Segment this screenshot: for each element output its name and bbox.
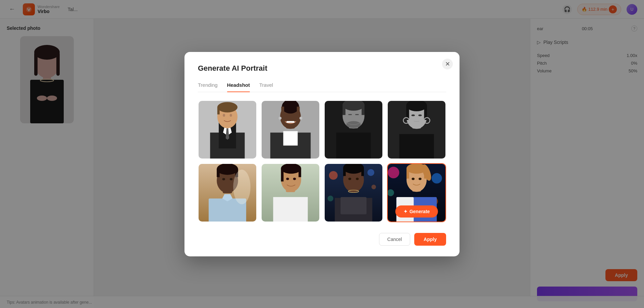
svg-point-73 bbox=[286, 178, 289, 180]
svg-rect-101 bbox=[407, 168, 409, 178]
svg-point-87 bbox=[348, 178, 352, 180]
svg-rect-85 bbox=[343, 168, 346, 176]
modal-overlay: ✕ Generate AI Portrait Trending Headshot… bbox=[0, 0, 644, 308]
svg-point-104 bbox=[412, 178, 415, 180]
svg-point-32 bbox=[300, 117, 303, 120]
svg-point-77 bbox=[367, 169, 374, 176]
cancel-button[interactable]: Cancel bbox=[379, 233, 411, 246]
svg-rect-43 bbox=[355, 114, 359, 115]
svg-point-76 bbox=[329, 171, 338, 180]
generate-icon: ✦ bbox=[404, 209, 408, 214]
svg-point-20 bbox=[223, 114, 225, 117]
svg-point-31 bbox=[279, 117, 282, 120]
portrait-card-3[interactable] bbox=[324, 100, 383, 159]
svg-point-88 bbox=[356, 178, 359, 180]
svg-point-74 bbox=[293, 178, 296, 180]
svg-point-91 bbox=[388, 167, 399, 178]
svg-rect-35 bbox=[336, 132, 371, 158]
svg-rect-33 bbox=[286, 121, 294, 123]
generate-label: Generate bbox=[410, 209, 430, 214]
generate-button[interactable]: ✦ Generate bbox=[395, 205, 438, 218]
portrait-card-1[interactable] bbox=[198, 100, 257, 159]
portrait-card-2[interactable] bbox=[261, 100, 320, 159]
svg-point-18 bbox=[217, 102, 237, 112]
modal-close-button[interactable]: ✕ bbox=[442, 59, 453, 69]
svg-rect-72 bbox=[299, 168, 301, 177]
svg-point-92 bbox=[432, 173, 442, 183]
portrait-card-4[interactable] bbox=[387, 100, 446, 159]
svg-point-63 bbox=[222, 178, 225, 180]
svg-rect-24 bbox=[283, 131, 298, 145]
portrait-card-8[interactable]: ✦ Generate bbox=[387, 163, 446, 222]
image-grid: ✦ Generate bbox=[198, 100, 446, 222]
modal-tabs: Trending Headshot Travel bbox=[198, 82, 446, 92]
svg-rect-67 bbox=[273, 197, 308, 221]
svg-point-54 bbox=[418, 114, 422, 116]
svg-point-21 bbox=[230, 114, 232, 117]
svg-rect-29 bbox=[281, 107, 284, 115]
modal-apply-button[interactable]: Apply bbox=[414, 233, 446, 246]
svg-rect-19 bbox=[217, 107, 220, 114]
svg-rect-61 bbox=[217, 169, 220, 177]
tab-travel[interactable]: Travel bbox=[259, 82, 273, 92]
svg-rect-30 bbox=[297, 107, 300, 115]
portrait-card-7[interactable] bbox=[324, 163, 383, 222]
svg-point-64 bbox=[230, 178, 233, 180]
modal-title: Generate AI Portrait bbox=[198, 64, 446, 73]
svg-point-65 bbox=[233, 170, 251, 204]
tab-trending[interactable]: Trending bbox=[198, 82, 218, 92]
svg-rect-42 bbox=[348, 114, 352, 115]
svg-rect-40 bbox=[362, 105, 365, 115]
svg-point-79 bbox=[328, 195, 333, 201]
svg-rect-81 bbox=[340, 197, 366, 214]
svg-rect-71 bbox=[281, 168, 284, 181]
modal-footer: Cancel Apply bbox=[198, 233, 446, 246]
svg-point-105 bbox=[419, 178, 422, 180]
svg-rect-39 bbox=[342, 105, 345, 115]
svg-rect-86 bbox=[361, 168, 364, 176]
tab-headshot[interactable]: Headshot bbox=[227, 82, 250, 92]
svg-rect-45 bbox=[399, 134, 434, 158]
modal-dialog: ✕ Generate AI Portrait Trending Headshot… bbox=[184, 52, 460, 256]
portrait-card-6[interactable] bbox=[261, 163, 320, 222]
portrait-card-5[interactable] bbox=[198, 163, 257, 222]
app-background: ← Wondershare Virbo Tal... 🎧 🔥 112.9 min… bbox=[0, 0, 644, 308]
svg-point-78 bbox=[371, 184, 376, 189]
svg-point-53 bbox=[412, 114, 415, 116]
